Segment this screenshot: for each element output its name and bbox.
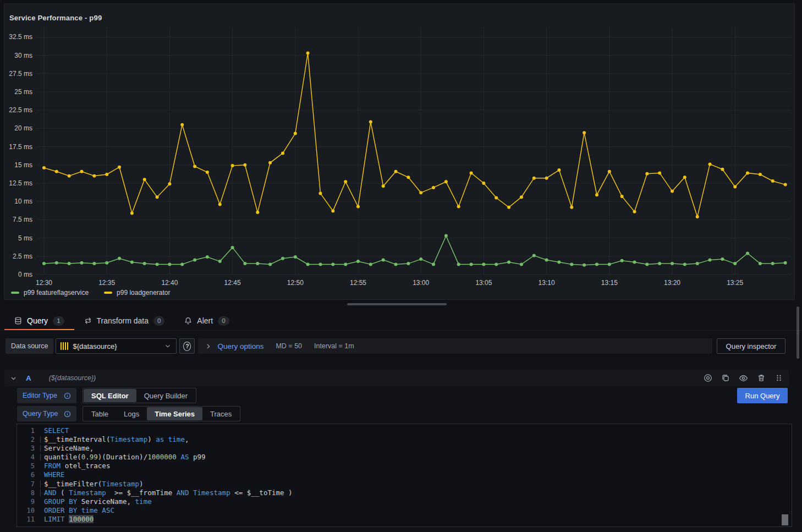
- tab-count-badge: 0: [218, 316, 229, 326]
- line-number: 2: [17, 435, 35, 444]
- line-number: 5: [17, 462, 35, 470]
- datasource-label: Data source: [6, 338, 53, 354]
- tab-label: Query: [27, 316, 48, 325]
- run-query-button[interactable]: Run Query: [737, 388, 788, 403]
- query-inspector-button[interactable]: Query inspector: [717, 338, 785, 354]
- query-type-label: Query Type: [17, 406, 76, 421]
- interval-value: Interval = 1m: [314, 342, 354, 350]
- line-number: 6: [17, 470, 35, 479]
- info-icon[interactable]: [64, 410, 71, 418]
- line-number: 3: [17, 444, 35, 453]
- svg-text:12:45: 12:45: [224, 279, 241, 287]
- editor-tabs: Query1Transform data0Alert0: [4, 312, 239, 330]
- svg-text:13:00: 13:00: [413, 279, 429, 287]
- query-type-option-time-series[interactable]: Time Series: [147, 407, 202, 420]
- editor-type-option-query-builder[interactable]: Query Builder: [136, 389, 195, 402]
- legend-series-label: p99 featureflagservice: [24, 289, 89, 297]
- editor-type-row: Editor Type SQL EditorQuery Builder: [17, 388, 196, 403]
- tab-count-badge: 1: [53, 316, 64, 326]
- svg-text:27.5 ms: 27.5 ms: [9, 70, 32, 78]
- panel-resize-handle[interactable]: [347, 303, 447, 305]
- svg-text:32.5 ms: 32.5 ms: [9, 33, 32, 41]
- query-type-option-logs[interactable]: Logs: [116, 407, 147, 420]
- query-type-option-traces[interactable]: Traces: [202, 407, 239, 420]
- line-number: 4: [17, 453, 35, 462]
- sql-code-editor[interactable]: 1SELECT2$__timeInterval(Timestamp) as ti…: [17, 424, 792, 527]
- query-options-link[interactable]: Query options: [217, 342, 263, 350]
- code-line: 10ORDER BY time ASC: [17, 506, 792, 515]
- svg-text:30 ms: 30 ms: [14, 52, 32, 59]
- legend-series-color: [11, 292, 19, 294]
- svg-text:2.5 ms: 2.5 ms: [13, 253, 32, 260]
- code-text: GROUP BY ServiceName, time: [44, 497, 152, 506]
- code-text: SELECT: [44, 426, 69, 435]
- tab-label: Transform data: [97, 316, 149, 325]
- svg-text:12:50: 12:50: [287, 279, 304, 287]
- info-icon[interactable]: [64, 392, 71, 399]
- max-data-points-value: MD = 50: [276, 342, 302, 350]
- svg-text:22.5 ms: 22.5 ms: [9, 106, 32, 114]
- duplicate-query-icon[interactable]: [721, 374, 730, 382]
- svg-text:7.5 ms: 7.5 ms: [13, 216, 32, 223]
- delete-query-trash-icon[interactable]: [757, 374, 766, 382]
- timeseries-chart[interactable]: 0 ms2.5 ms5 ms7.5 ms10 ms12.5 ms15 ms17.…: [4, 4, 794, 299]
- query-datasource-hint: (${datasource}): [49, 374, 96, 382]
- line-number: 11: [17, 515, 35, 524]
- code-text: AND ( Timestamp >= $__fromTime AND Times…: [44, 489, 293, 497]
- editor-scrollbar-thumb[interactable]: [782, 514, 788, 525]
- editor-type-option-sql-editor[interactable]: SQL Editor: [84, 389, 136, 402]
- svg-text:5 ms: 5 ms: [18, 234, 32, 242]
- query-options-strip[interactable]: Query options MD = 50 Interval = 1m: [198, 338, 712, 354]
- tabs-divider: [0, 330, 802, 331]
- line-number: 9: [17, 497, 35, 506]
- datasource-value: ${datasource}: [73, 342, 117, 350]
- collapse-chevron-icon[interactable]: [10, 375, 17, 382]
- query-row-header: A (${datasource}): [4, 370, 789, 386]
- editor-type-group: SQL EditorQuery Builder: [83, 388, 196, 403]
- tab-query[interactable]: Query1: [4, 312, 74, 330]
- tab-transform-data[interactable]: Transform data0: [74, 312, 175, 330]
- record-circle-icon[interactable]: [704, 374, 712, 382]
- legend-item[interactable]: p99 featureflagservice: [11, 289, 89, 297]
- query-type-row: Query Type TableLogsTime SeriesTraces: [17, 406, 240, 421]
- code-line: 6WHERE: [17, 470, 792, 479]
- code-line: 3ServiceName,: [17, 444, 792, 453]
- legend-item[interactable]: p99 loadgenerator: [104, 289, 170, 297]
- datasource-help-button[interactable]: [179, 338, 195, 354]
- code-text: $__timeInterval(Timestamp) as time,: [44, 435, 189, 444]
- panel-title: Service Performance - p99: [9, 14, 102, 22]
- query-type-group: TableLogsTime SeriesTraces: [83, 406, 240, 421]
- line-number: 8: [17, 489, 35, 497]
- chevron-down-icon: [164, 342, 172, 350]
- svg-text:12:35: 12:35: [98, 279, 115, 287]
- query-row-actions: [704, 374, 783, 383]
- code-line: 11LIMIT 100000: [17, 515, 792, 524]
- code-text: ORDER BY time ASC: [44, 506, 114, 515]
- code-line: 7$__timeFilter(Timestamp): [17, 480, 792, 489]
- datasource-picker[interactable]: ${datasource}: [56, 338, 177, 354]
- svg-text:12:55: 12:55: [350, 279, 366, 287]
- line-number: 10: [17, 506, 35, 515]
- code-text: LIMIT 100000: [44, 515, 94, 524]
- tab-alert[interactable]: Alert0: [174, 312, 239, 330]
- chevron-right-icon: [205, 343, 212, 350]
- query-type-option-table[interactable]: Table: [84, 407, 116, 420]
- line-number: 7: [17, 480, 35, 489]
- timeseries-panel: Service Performance - p99 0 ms2.5 ms5 ms…: [4, 3, 795, 300]
- chart-legend: p99 featureflagservicep99 loadgenerator: [11, 289, 171, 297]
- code-line: 1SELECT: [17, 426, 792, 435]
- db-icon: [14, 317, 22, 325]
- editor-type-label: Editor Type: [17, 388, 76, 403]
- code-line: 9GROUP BY ServiceName, time: [17, 497, 792, 506]
- drag-handle-icon[interactable]: [774, 374, 783, 382]
- svg-text:15 ms: 15 ms: [14, 161, 32, 169]
- page-scrollbar[interactable]: [796, 306, 799, 359]
- legend-series-label: p99 loadgenerator: [117, 289, 170, 297]
- code-text: WHERE: [44, 470, 65, 479]
- code-text: FROM otel_traces: [44, 462, 110, 470]
- code-line: 2$__timeInterval(Timestamp) as time,: [17, 435, 792, 444]
- hide-query-eye-icon[interactable]: [739, 374, 748, 383]
- svg-text:13:20: 13:20: [664, 279, 680, 287]
- svg-text:25 ms: 25 ms: [14, 88, 32, 96]
- code-text: ServiceName,: [44, 444, 94, 453]
